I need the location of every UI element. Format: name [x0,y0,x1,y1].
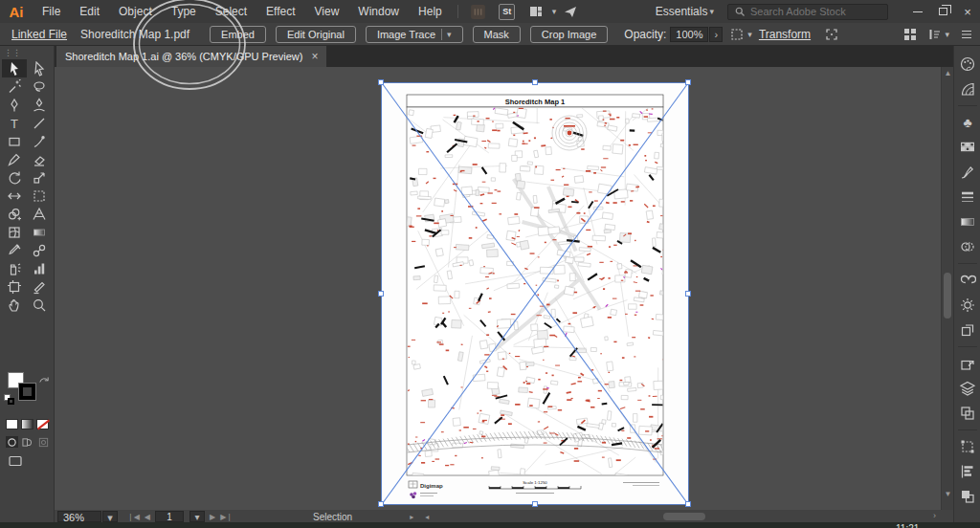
zoom-level-field[interactable]: 36% [57,511,101,522]
bridge-icon[interactable] [467,3,490,20]
hand-tool[interactable] [2,296,27,314]
crop-image-button[interactable]: Crop Image [530,26,608,43]
color-guide-panel-icon[interactable] [956,77,979,100]
menu-select[interactable]: Select [206,0,256,23]
width-tool[interactable] [2,187,27,205]
appearance-panel-icon[interactable] [956,485,979,508]
status-back-icon[interactable]: ◂ [425,513,429,521]
gradient-tool[interactable] [27,223,52,241]
adjustments-panel-icon[interactable] [956,294,979,317]
status-play-icon[interactable]: ▸ [410,513,413,521]
pencil-tool[interactable] [2,150,27,168]
pen-tool[interactable] [2,96,27,114]
pathfinder-panel-icon[interactable] [956,402,979,425]
artboard-tool[interactable] [2,277,27,296]
eraser-tool[interactable] [27,150,52,168]
asset-export-panel-icon[interactable] [956,352,979,375]
selection-handle-sw[interactable] [378,501,384,507]
artboards-panel-icon[interactable] [956,319,979,341]
stroke-panel-icon[interactable] [956,186,979,209]
artboard-dropdown-icon[interactable]: ▾ [189,511,205,522]
share-icon[interactable] [559,3,582,20]
embed-button[interactable]: Embed [210,26,266,43]
selection-handle-ne[interactable] [685,79,691,85]
draw-behind-mode[interactable] [21,436,33,448]
color-button[interactable] [6,419,18,429]
scroll-right-icon[interactable]: › [933,511,936,520]
dock-panel-icon[interactable] [927,27,943,42]
line-segment-tool[interactable] [27,114,52,132]
horizontal-scroll-thumb[interactable] [663,513,705,520]
vertical-scrollbar[interactable]: ▲ ▼ [941,67,953,510]
transform-panel-icon[interactable] [956,435,979,458]
lasso-tool[interactable] [27,77,52,96]
document-tab[interactable]: Shoreditch Map 1.ai @ 36% (CMYK/GPU Prev… [56,46,326,67]
tools-panel-grip[interactable]: ⋮⋮ [0,46,54,59]
next-artboard-icon[interactable]: ▶ [210,513,215,521]
select-similar-icon[interactable] [729,27,745,42]
prev-artboard-icon[interactable]: ◀ [145,513,150,521]
opacity-field[interactable]: 100% [670,27,708,42]
arrange-documents-icon[interactable] [524,3,547,20]
last-artboard-icon[interactable]: ▶❘ [220,513,233,521]
blend-tool[interactable] [27,241,52,259]
search-input[interactable] [750,6,875,17]
adobe-stock-search[interactable] [727,4,888,20]
selection-handle-s[interactable] [532,501,538,507]
selection-handle-e[interactable] [685,291,691,297]
symbols-panel-icon[interactable]: ♣ [956,111,979,134]
swatches-panel-icon[interactable] [956,136,979,159]
linked-file-label[interactable]: Linked File [11,28,67,41]
image-trace-button[interactable]: Image Trace ▾ [366,26,463,43]
menu-edit[interactable]: Edit [70,0,109,23]
isolate-object-icon[interactable] [824,27,839,42]
zoom-dropdown-icon[interactable]: ▾ [102,511,118,522]
screen-mode-icon[interactable] [6,455,25,467]
selection-handle-n[interactable] [532,79,538,85]
dock-panel-chevron-icon[interactable]: ▾ [945,30,949,39]
selection-handle-w[interactable] [378,291,384,297]
swap-fill-stroke-icon[interactable] [38,371,50,388]
direct-selection-tool[interactable] [27,59,52,77]
selection-tool[interactable] [2,59,27,77]
menu-view[interactable]: View [305,0,349,23]
menu-window[interactable]: Window [348,0,409,23]
edit-original-button[interactable]: Edit Original [276,26,356,43]
adobe-stock-icon[interactable]: St [496,3,519,20]
select-similar-chevron-icon[interactable]: ▾ [747,30,752,39]
default-fill-stroke-icon[interactable] [4,394,15,406]
scroll-up-icon[interactable]: ▲ [942,69,953,77]
canvas[interactable]: Shoreditch Map 1 Digimap Scale 1:1250 [55,67,953,510]
cc-libraries-panel-icon[interactable] [956,269,979,292]
vertical-scroll-thumb[interactable] [944,273,951,319]
menu-type[interactable]: Type [162,0,206,23]
eyedropper-tool[interactable] [2,241,27,259]
selection-handle-se[interactable] [685,501,691,507]
scale-tool[interactable] [27,168,52,187]
opacity-stepper-icon[interactable]: › [709,27,723,42]
first-artboard-icon[interactable]: ❘◀ [127,513,140,521]
symbol-sprayer-tool[interactable] [2,259,27,277]
artboard-number-field[interactable]: 1 [155,511,184,522]
workspace-switcher[interactable]: Essentials ▾ [656,5,714,18]
panel-grid-icon[interactable] [902,27,918,42]
shape-builder-tool[interactable] [2,205,27,223]
perspective-grid-tool[interactable] [27,205,52,223]
zoom-tool[interactable] [27,296,52,314]
close-button[interactable]: × [955,0,980,23]
horizontal-scrollbar[interactable]: › [438,510,953,523]
selection-handle-nw[interactable] [378,79,384,85]
draw-inside-mode[interactable] [37,436,50,448]
type-tool[interactable]: T [2,114,27,132]
free-transform-tool[interactable] [27,187,52,205]
menu-file[interactable]: File [33,0,70,23]
none-button[interactable] [36,419,49,429]
restore-button[interactable] [930,0,955,23]
gradient-panel-icon[interactable] [956,210,979,233]
tab-close-icon[interactable]: × [311,50,318,63]
image-trace-chevron-icon[interactable]: ▾ [441,29,452,40]
mesh-tool[interactable] [2,223,27,241]
transform-link[interactable]: Transform [759,28,811,41]
scroll-down-icon[interactable]: ▼ [942,490,953,498]
control-menu-icon[interactable] [959,27,974,42]
